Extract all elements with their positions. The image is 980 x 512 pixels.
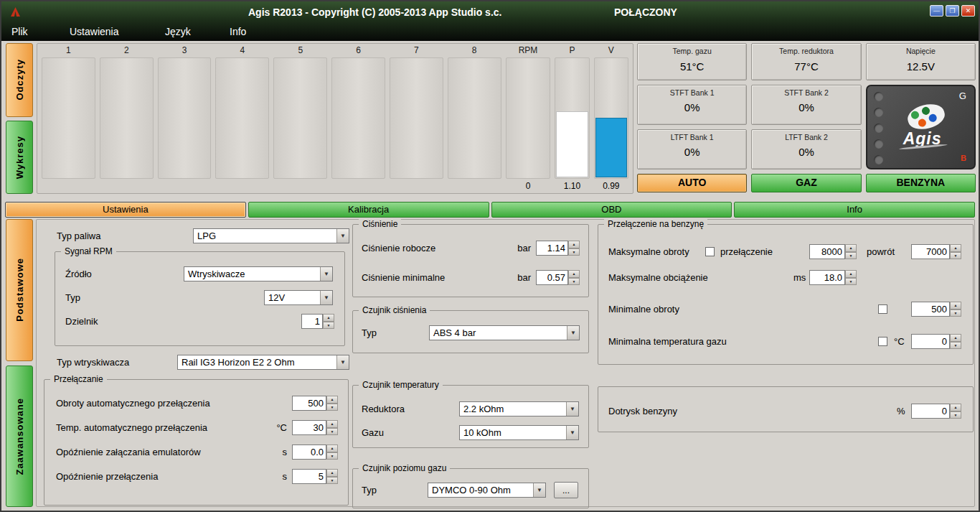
zrodlo-select[interactable]: Wtryskiwacze▼: [184, 266, 333, 281]
obroty-przelaczenia-input-field[interactable]: [292, 396, 326, 411]
przelaczenie-checkbox[interactable]: [705, 247, 715, 256]
spin-down-icon[interactable]: ▼: [326, 428, 338, 436]
logo-dot-blue: [928, 113, 937, 123]
menu-plik[interactable]: Plik: [11, 26, 70, 37]
minimize-button[interactable]: —: [930, 5, 943, 17]
spin-up-icon[interactable]: ▲: [845, 244, 857, 252]
czujnik-cisnienia-select[interactable]: ABS 4 bar▼: [429, 325, 580, 340]
cisnienie-robocze-input-field[interactable]: [536, 241, 568, 256]
min-temp-input-field[interactable]: [911, 334, 950, 349]
tab-info[interactable]: Info: [734, 202, 975, 218]
spin-down-icon[interactable]: ▼: [950, 309, 961, 317]
reduktora-select[interactable]: 2.2 kOhm▼: [459, 401, 579, 416]
obroty-przelaczenia-input[interactable]: ▲▼: [292, 396, 338, 411]
spin-down-icon[interactable]: ▼: [326, 477, 338, 485]
spin-down-icon[interactable]: ▼: [845, 252, 857, 260]
tab-obd[interactable]: OBD: [491, 202, 732, 218]
top-section: Odczyty Wykresy 12345678RPM0P1.10V0.99 T…: [1, 41, 979, 196]
dropdown-arrow-icon[interactable]: ▼: [336, 229, 349, 243]
max-obciazenie-input-field[interactable]: [809, 270, 845, 285]
min-obroty-input[interactable]: ▲▼: [911, 302, 961, 317]
dropdown-arrow-icon[interactable]: ▼: [533, 483, 545, 497]
cisnienie-minimalne-input[interactable]: ▲▼: [536, 270, 580, 285]
spin-up-icon[interactable]: ▲: [326, 444, 338, 452]
min-obroty-checkbox[interactable]: [878, 304, 887, 314]
spin-up-icon[interactable]: ▲: [950, 302, 961, 309]
spin-up-icon[interactable]: ▲: [950, 244, 961, 252]
dropdown-arrow-icon[interactable]: ▼: [566, 426, 578, 439]
poziom-more-button[interactable]: ...: [554, 482, 578, 498]
spin-down-icon[interactable]: ▼: [845, 278, 857, 286]
dropdown-arrow-icon[interactable]: ▼: [567, 326, 579, 340]
powrot-input-field[interactable]: [911, 244, 950, 259]
spin-down-icon[interactable]: ▼: [568, 248, 580, 256]
temp-przelaczenia-input[interactable]: ▲▼: [292, 420, 338, 435]
spin-down-icon[interactable]: ▼: [326, 452, 338, 460]
tab-podstawowe[interactable]: Podstawowe: [6, 219, 33, 361]
spin-down-icon[interactable]: ▼: [950, 342, 961, 350]
spin-down-icon[interactable]: ▼: [323, 322, 334, 330]
tab-kalibracja[interactable]: Kalibracja: [248, 202, 489, 218]
spin-up-icon[interactable]: ▲: [845, 270, 857, 278]
gazu-select[interactable]: 10 kOhm▼: [459, 425, 579, 440]
gaz-button[interactable]: GAZ: [751, 174, 861, 192]
dotrysk-input-field[interactable]: [911, 404, 950, 419]
spin-up-icon[interactable]: ▲: [326, 420, 338, 428]
tab-ustawienia[interactable]: Ustawienia: [5, 202, 246, 218]
typ-wtryskiwacza-select[interactable]: Rail IG3 Horizon E2 2 Ohm▼: [177, 355, 349, 370]
menu-jezyk[interactable]: Język: [165, 26, 230, 37]
spin-up-icon[interactable]: ▲: [326, 469, 338, 477]
spin-up-icon[interactable]: ▲: [950, 334, 961, 342]
menu-info[interactable]: Info: [230, 26, 246, 37]
dropdown-arrow-icon[interactable]: ▼: [336, 355, 349, 369]
min-temp-input[interactable]: ▲▼: [911, 334, 961, 349]
tab-zaawansowane[interactable]: Zaawansowane: [6, 366, 33, 508]
cisnienie-minimalne-input-field[interactable]: [536, 270, 568, 285]
spin-down-icon[interactable]: ▼: [950, 411, 961, 419]
dzielnik-input-field[interactable]: [301, 314, 323, 329]
opoznienie-emulatorow-input-field[interactable]: [292, 444, 326, 460]
logo-brand-text: Agis: [903, 129, 942, 149]
opoznienie-przelaczenia-input[interactable]: ▲▼: [292, 469, 338, 484]
auto-button[interactable]: AUTO: [637, 174, 747, 192]
benzyna-button[interactable]: BENZYNA: [866, 174, 976, 192]
chart-column-8: 8: [446, 45, 504, 193]
typ-paliwa-select[interactable]: LPG▼: [193, 228, 349, 243]
temp-przelaczenia-input-field[interactable]: [292, 420, 326, 435]
window-title: Agis R2013 - Copyright (C) 2005-2013 App…: [248, 6, 501, 18]
typ-rpm-select[interactable]: 12V▼: [264, 290, 333, 305]
group-cisnienie: Ciśnienie Ciśnienie robocze bar▲▼ Ciśnie…: [352, 224, 589, 297]
dotrysk-input[interactable]: ▲▼: [911, 404, 961, 419]
max-obciazenie-input[interactable]: ▲▼: [809, 270, 857, 285]
dropdown-arrow-icon[interactable]: ▼: [566, 402, 578, 416]
max-obroty-input[interactable]: ▲▼: [809, 244, 857, 259]
spin-down-icon[interactable]: ▼: [568, 278, 580, 286]
poziom-select[interactable]: DYMCO 0-90 Ohm▼: [428, 483, 546, 498]
spin-up-icon[interactable]: ▲: [950, 404, 961, 411]
titlebar[interactable]: Agis R2013 - Copyright (C) 2005-2013 App…: [1, 1, 979, 22]
spin-up-icon[interactable]: ▲: [323, 314, 334, 322]
min-obroty-input-field[interactable]: [911, 302, 950, 317]
max-obroty-input-field[interactable]: [809, 244, 845, 259]
poziom-typ-label: Typ: [362, 485, 428, 495]
cisnienie-robocze-input[interactable]: ▲▼: [536, 241, 580, 256]
dzielnik-input[interactable]: ▲▼: [301, 314, 334, 329]
menu-ustawienia[interactable]: Ustawienia: [70, 26, 165, 37]
powrot-input[interactable]: ▲▼: [911, 244, 961, 259]
spin-down-icon[interactable]: ▼: [326, 404, 338, 411]
dropdown-arrow-icon[interactable]: ▼: [320, 267, 332, 281]
opoznienie-przelaczenia-input-field[interactable]: [292, 469, 326, 484]
opoznienie-emulatorow-input[interactable]: ▲▼: [292, 444, 338, 460]
panel-temp-gazu: Temp. gazu 51°C: [637, 43, 747, 80]
dropdown-arrow-icon[interactable]: ▼: [320, 291, 332, 304]
tab-odczyty[interactable]: Odczyty: [6, 43, 33, 117]
maximize-button[interactable]: ❐: [946, 5, 959, 17]
tab-wykresy[interactable]: Wykresy: [6, 121, 33, 195]
group-sygnal-rpm: Sygnał RPM Źródło Wtryskiwacze▼ Typ 12V▼…: [55, 251, 345, 346]
spin-up-icon[interactable]: ▲: [568, 270, 580, 278]
min-temp-checkbox[interactable]: [878, 337, 887, 346]
close-button[interactable]: ✕: [961, 5, 975, 17]
spin-up-icon[interactable]: ▲: [568, 241, 580, 248]
spin-down-icon[interactable]: ▼: [950, 252, 961, 260]
spin-up-icon[interactable]: ▲: [326, 396, 338, 404]
